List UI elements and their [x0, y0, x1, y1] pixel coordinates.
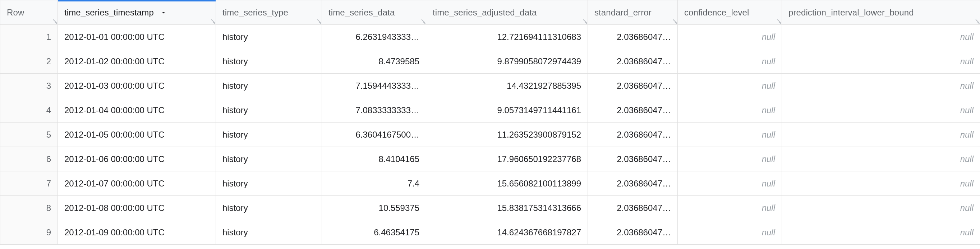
cell-stderr: 2.03686047…: [588, 122, 678, 147]
col-header-stderr[interactable]: standard_error: [588, 0, 678, 25]
resize-handle-icon[interactable]: [315, 18, 321, 24]
cell-data: 8.4104165: [322, 147, 426, 171]
cell-predlower: null: [782, 49, 980, 74]
col-header-row[interactable]: Row: [0, 0, 58, 25]
resize-handle-icon[interactable]: [419, 18, 425, 24]
cell-predlower: null: [782, 25, 980, 49]
cell-row-number: 1: [0, 25, 58, 49]
table-row[interactable]: 62012-01-06 00:00:00 UTChistory8.4104165…: [0, 147, 980, 171]
cell-data: 7.4: [322, 171, 426, 196]
col-header-timestamp[interactable]: time_series_timestamp: [58, 0, 216, 25]
null-value: null: [762, 227, 775, 237]
null-value: null: [762, 130, 775, 140]
cell-stderr: 2.03686047…: [588, 196, 678, 220]
cell-conflevel: null: [678, 25, 782, 49]
cell-data: 10.559375: [322, 196, 426, 220]
cell-predlower: null: [782, 74, 980, 98]
null-value: null: [960, 32, 974, 42]
cell-data: 6.2631943333…: [322, 25, 426, 49]
cell-type: history: [216, 147, 322, 171]
cell-type: history: [216, 122, 322, 147]
cell-data: 7.1594443333…: [322, 74, 426, 98]
null-value: null: [762, 179, 775, 188]
cell-conflevel: null: [678, 74, 782, 98]
cell-timestamp: 2012-01-04 00:00:00 UTC: [58, 98, 216, 122]
table-row[interactable]: 92012-01-09 00:00:00 UTChistory6.4635417…: [0, 220, 980, 245]
cell-adjusted: 12.721694111310683: [426, 25, 588, 49]
cell-adjusted: 15.656082100113899: [426, 171, 588, 196]
cell-type: history: [216, 220, 322, 245]
cell-row-number: 5: [0, 122, 58, 147]
cell-data: 8.4739585: [322, 49, 426, 74]
col-header-label: standard_error: [594, 8, 652, 17]
col-header-label: time_series_type: [223, 8, 288, 17]
sort-descending-icon: [160, 9, 167, 16]
resize-handle-icon[interactable]: [775, 18, 781, 24]
cell-predlower: null: [782, 220, 980, 245]
cell-row-number: 8: [0, 196, 58, 220]
resize-handle-icon[interactable]: [581, 18, 587, 24]
null-value: null: [960, 130, 974, 140]
null-value: null: [762, 56, 775, 66]
col-header-type[interactable]: time_series_type: [216, 0, 322, 25]
cell-predlower: null: [782, 98, 980, 122]
cell-conflevel: null: [678, 122, 782, 147]
col-header-adjusted[interactable]: time_series_adjusted_data: [426, 0, 588, 25]
null-value: null: [762, 105, 775, 115]
cell-type: history: [216, 25, 322, 49]
cell-stderr: 2.03686047…: [588, 74, 678, 98]
cell-predlower: null: [782, 171, 980, 196]
cell-row-number: 2: [0, 49, 58, 74]
results-table: Row time_series_timestamp time_series_ty…: [0, 0, 980, 245]
table-row[interactable]: 42012-01-04 00:00:00 UTChistory7.0833333…: [0, 98, 980, 122]
cell-row-number: 4: [0, 98, 58, 122]
null-value: null: [960, 154, 974, 164]
null-value: null: [960, 203, 974, 213]
cell-adjusted: 9.8799058072974439: [426, 49, 588, 74]
null-value: null: [960, 227, 974, 237]
col-header-predlower[interactable]: prediction_interval_lower_bound: [782, 0, 980, 25]
cell-adjusted: 9.0573149711441161: [426, 98, 588, 122]
resize-handle-icon[interactable]: [51, 18, 57, 24]
cell-stderr: 2.03686047…: [588, 25, 678, 49]
col-header-conflevel[interactable]: confidence_level: [678, 0, 782, 25]
null-value: null: [960, 179, 974, 188]
header-row: Row time_series_timestamp time_series_ty…: [0, 0, 980, 25]
table-row[interactable]: 12012-01-01 00:00:00 UTChistory6.2631943…: [0, 25, 980, 49]
cell-timestamp: 2012-01-06 00:00:00 UTC: [58, 147, 216, 171]
cell-timestamp: 2012-01-01 00:00:00 UTC: [58, 25, 216, 49]
cell-row-number: 7: [0, 171, 58, 196]
table-row[interactable]: 32012-01-03 00:00:00 UTChistory7.1594443…: [0, 74, 980, 98]
cell-adjusted: 15.838175314313666: [426, 196, 588, 220]
resize-handle-icon[interactable]: [974, 18, 979, 24]
cell-conflevel: null: [678, 49, 782, 74]
table-body: 12012-01-01 00:00:00 UTChistory6.2631943…: [0, 25, 980, 245]
cell-timestamp: 2012-01-02 00:00:00 UTC: [58, 49, 216, 74]
resize-handle-icon[interactable]: [671, 18, 677, 24]
null-value: null: [762, 32, 775, 42]
table-row[interactable]: 72012-01-07 00:00:00 UTChistory7.415.656…: [0, 171, 980, 196]
null-value: null: [960, 81, 974, 90]
table-row[interactable]: 82012-01-08 00:00:00 UTChistory10.559375…: [0, 196, 980, 220]
cell-row-number: 6: [0, 147, 58, 171]
cell-predlower: null: [782, 122, 980, 147]
cell-row-number: 9: [0, 220, 58, 245]
col-header-label: time_series_timestamp: [64, 8, 154, 17]
cell-conflevel: null: [678, 98, 782, 122]
null-value: null: [762, 154, 775, 164]
cell-type: history: [216, 98, 322, 122]
table-row[interactable]: 22012-01-02 00:00:00 UTChistory8.4739585…: [0, 49, 980, 74]
cell-predlower: null: [782, 147, 980, 171]
cell-type: history: [216, 74, 322, 98]
cell-predlower: null: [782, 196, 980, 220]
col-header-data[interactable]: time_series_data: [322, 0, 426, 25]
cell-timestamp: 2012-01-08 00:00:00 UTC: [58, 196, 216, 220]
resize-handle-icon[interactable]: [209, 18, 215, 24]
col-header-label: time_series_data: [328, 8, 395, 17]
cell-stderr: 2.03686047…: [588, 49, 678, 74]
table-row[interactable]: 52012-01-05 00:00:00 UTChistory6.3604167…: [0, 122, 980, 147]
cell-type: history: [216, 49, 322, 74]
cell-data: 6.46354175: [322, 220, 426, 245]
cell-adjusted: 14.624367668197827: [426, 220, 588, 245]
cell-timestamp: 2012-01-07 00:00:00 UTC: [58, 171, 216, 196]
